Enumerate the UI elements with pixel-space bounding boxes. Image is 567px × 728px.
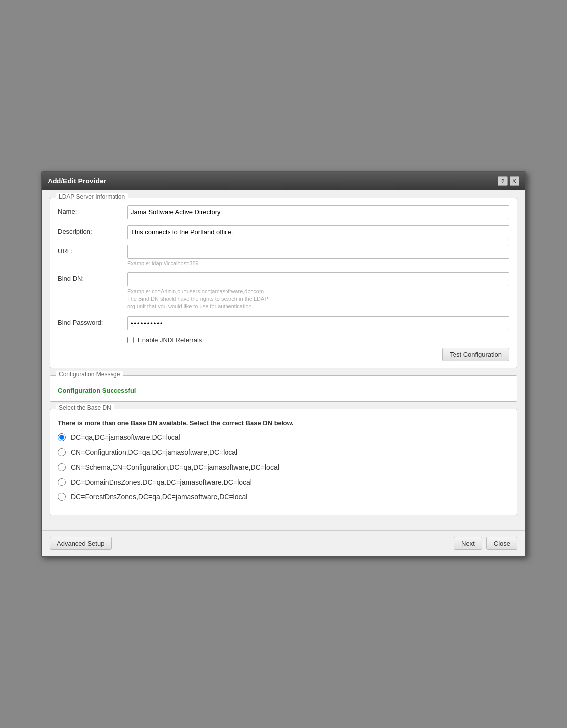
footer-right-buttons: Next Close bbox=[454, 537, 517, 550]
base-dn-info: There is more than one Base DN available… bbox=[58, 419, 509, 426]
description-label: Description: bbox=[58, 225, 127, 235]
bind-dn-hints: Example: cn=Admin,ou=users,dc=jamasoftwa… bbox=[127, 288, 509, 310]
bind-password-input[interactable] bbox=[127, 316, 509, 330]
advanced-setup-button[interactable]: Advanced Setup bbox=[50, 537, 112, 550]
name-label: Name: bbox=[58, 205, 127, 215]
base-dn-option-label-2[interactable]: CN=Schema,CN=Configuration,DC=qa,DC=jama… bbox=[71, 463, 279, 471]
base-dn-radio-1[interactable] bbox=[58, 448, 66, 456]
close-title-button[interactable]: X bbox=[510, 176, 519, 186]
base-dn-option: DC=ForestDnsZones,DC=qa,DC=jamasoftware,… bbox=[58, 493, 509, 501]
bind-dn-hint2: The Bind DN should have the rights to se… bbox=[127, 295, 509, 303]
jndi-row: Enable JNDI Referrals bbox=[127, 336, 509, 344]
base-dn-radio-4[interactable] bbox=[58, 493, 66, 501]
jndi-label[interactable]: Enable JNDI Referrals bbox=[138, 336, 202, 344]
description-field bbox=[127, 225, 509, 239]
test-configuration-button[interactable]: Test Configuration bbox=[442, 348, 509, 361]
close-button[interactable]: Close bbox=[486, 537, 517, 550]
name-field bbox=[127, 205, 509, 219]
base-dn-option-label-3[interactable]: DC=DomainDnsZones,DC=qa,DC=jamasoftware,… bbox=[71, 478, 252, 486]
base-dn-radio-3[interactable] bbox=[58, 478, 66, 486]
base-dn-option-label-0[interactable]: DC=qa,DC=jamasoftware,DC=local bbox=[71, 433, 180, 441]
base-dn-radio-2[interactable] bbox=[58, 463, 66, 471]
next-button[interactable]: Next bbox=[454, 537, 482, 550]
description-input[interactable] bbox=[127, 225, 509, 239]
bind-dn-field: Example: cn=Admin,ou=users,dc=jamasoftwa… bbox=[127, 272, 509, 310]
config-message-section: Configuration Message Configuration Succ… bbox=[50, 375, 517, 402]
bind-password-label: Bind Password: bbox=[58, 316, 127, 326]
bind-dn-label: Bind DN: bbox=[58, 272, 127, 282]
name-row: Name: bbox=[58, 205, 509, 219]
url-label: URL: bbox=[58, 245, 127, 255]
bind-password-row: Bind Password: bbox=[58, 316, 509, 330]
url-field: Example: ldap://localhost:389 bbox=[127, 245, 509, 266]
title-buttons: ? X bbox=[498, 176, 519, 186]
base-dn-radio-0[interactable] bbox=[58, 433, 66, 441]
base-dn-options: DC=qa,DC=jamasoftware,DC=localCN=Configu… bbox=[58, 433, 509, 501]
bind-password-field bbox=[127, 316, 509, 330]
url-row: URL: Example: ldap://localhost:389 bbox=[58, 245, 509, 266]
bind-dn-hint3: org unit that you would like to use for … bbox=[127, 303, 509, 310]
bind-dn-hint1: Example: cn=Admin,ou=users,dc=jamasoftwa… bbox=[127, 288, 509, 295]
base-dn-option: CN=Configuration,DC=qa,DC=jamasoftware,D… bbox=[58, 448, 509, 456]
base-dn-option: DC=qa,DC=jamasoftware,DC=local bbox=[58, 433, 509, 441]
base-dn-option: DC=DomainDnsZones,DC=qa,DC=jamasoftware,… bbox=[58, 478, 509, 486]
ldap-server-section: LDAP Server Information Name: Descriptio… bbox=[50, 198, 517, 368]
url-hint: Example: ldap://localhost:389 bbox=[127, 260, 509, 266]
config-message-legend: Configuration Message bbox=[56, 371, 123, 378]
description-row: Description: bbox=[58, 225, 509, 239]
add-edit-provider-dialog: Add/Edit Provider ? X LDAP Server Inform… bbox=[41, 171, 526, 557]
base-dn-option-label-1[interactable]: CN=Configuration,DC=qa,DC=jamasoftware,D… bbox=[71, 448, 237, 456]
base-dn-section: Select the Base DN There is more than on… bbox=[50, 409, 517, 515]
jndi-checkbox[interactable] bbox=[127, 337, 134, 343]
base-dn-option-label-4[interactable]: DC=ForestDnsZones,DC=qa,DC=jamasoftware,… bbox=[71, 493, 247, 501]
dialog-title: Add/Edit Provider bbox=[48, 177, 106, 185]
bind-dn-row: Bind DN: Example: cn=Admin,ou=users,dc=j… bbox=[58, 272, 509, 310]
help-button[interactable]: ? bbox=[498, 176, 508, 186]
name-input[interactable] bbox=[127, 205, 509, 219]
bind-dn-input[interactable] bbox=[127, 272, 509, 286]
dialog-footer: Advanced Setup Next Close bbox=[42, 530, 525, 556]
dialog-body: LDAP Server Information Name: Descriptio… bbox=[42, 190, 525, 530]
ldap-section-legend: LDAP Server Information bbox=[56, 193, 128, 200]
config-success-text: Configuration Successful bbox=[58, 387, 136, 394]
url-input[interactable] bbox=[127, 245, 509, 259]
base-dn-legend: Select the Base DN bbox=[56, 404, 114, 411]
dialog-title-bar: Add/Edit Provider ? X bbox=[42, 172, 525, 190]
test-config-row: Test Configuration bbox=[58, 348, 509, 361]
base-dn-option: CN=Schema,CN=Configuration,DC=qa,DC=jama… bbox=[58, 463, 509, 471]
